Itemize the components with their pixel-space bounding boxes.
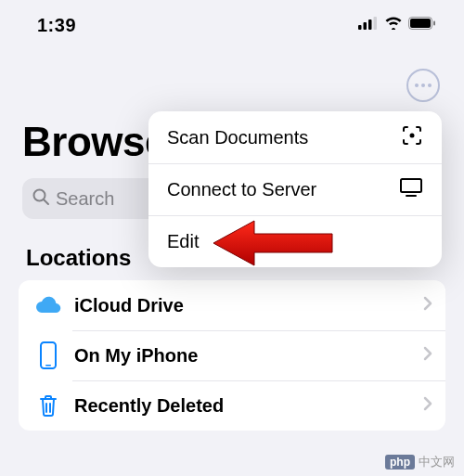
ellipsis-icon [415,84,432,87]
locations-list: iCloud Drive On My iPhone Recently Delet… [19,280,445,431]
viewfinder-icon [401,124,423,150]
display-icon [399,177,423,201]
status-bar: 1:39 [0,0,464,45]
location-on-my-iphone[interactable]: On My iPhone [19,330,445,380]
menu-item-label: Edit [167,231,199,252]
list-item-label: On My iPhone [74,345,423,367]
menu-item-label: Connect to Server [167,179,316,200]
svg-rect-10 [45,365,51,367]
chevron-right-icon [423,396,432,415]
icloud-icon [32,289,65,322]
watermark-brand: php [385,455,415,470]
svg-point-7 [34,190,45,201]
wifi-icon [384,17,403,33]
list-item-label: iCloud Drive [74,295,423,316]
context-menu: Scan Documents Connect to Server Edit [148,111,442,267]
search-placeholder: Search [56,188,114,210]
svg-rect-0 [358,25,362,30]
list-item-label: Recently Deleted [74,395,423,417]
svg-rect-2 [368,19,372,30]
location-recently-deleted[interactable]: Recently Deleted [19,380,445,431]
watermark-text: 中文网 [419,454,455,470]
location-icloud-drive[interactable]: iCloud Drive [19,280,445,330]
svg-point-11 [410,134,415,138]
search-icon [32,187,50,210]
svg-rect-5 [410,19,431,28]
chevron-right-icon [423,296,432,315]
iphone-icon [32,339,65,372]
status-indicators [358,17,436,33]
menu-item-label: Scan Documents [167,127,308,148]
menu-item-edit[interactable]: Edit [148,215,442,267]
menu-item-connect-to-server[interactable]: Connect to Server [148,163,442,215]
battery-icon [408,17,436,33]
status-time: 1:39 [37,15,76,36]
svg-rect-6 [433,21,435,26]
svg-rect-1 [364,22,367,30]
svg-rect-9 [41,342,56,368]
chevron-right-icon [423,346,432,365]
menu-item-scan-documents[interactable]: Scan Documents [148,111,442,163]
more-options-button[interactable] [406,69,440,102]
cellular-icon [358,17,379,33]
svg-line-8 [45,200,49,205]
svg-rect-12 [401,179,421,192]
watermark: php 中文网 [385,454,455,470]
trash-icon [32,389,65,422]
svg-rect-3 [374,17,378,30]
